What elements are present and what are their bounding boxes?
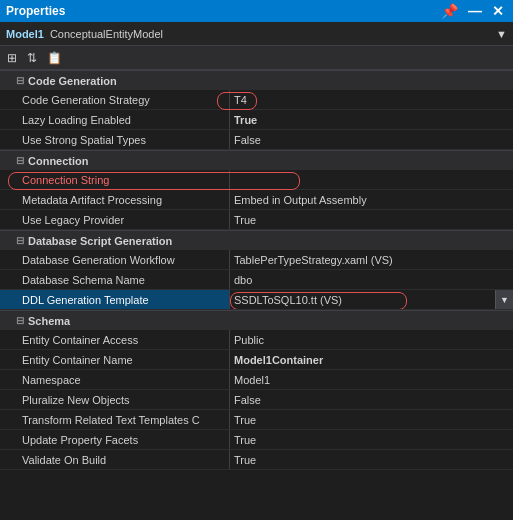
- section-code-generation-label: Code Generation: [28, 75, 117, 87]
- prop-value-lazy-loading: True: [230, 110, 513, 129]
- minimize-icon[interactable]: —: [465, 4, 485, 18]
- title-bar: Properties 📌 — ✕: [0, 0, 513, 22]
- prop-name-strong-spatial: Use Strong Spatial Types: [0, 130, 230, 149]
- prop-value-strong-spatial: False: [230, 130, 513, 149]
- prop-db-gen-workflow[interactable]: Database Generation Workflow TablePerTyp…: [0, 250, 513, 270]
- prop-strong-spatial[interactable]: Use Strong Spatial Types False: [0, 130, 513, 150]
- prop-namespace[interactable]: Namespace Model1: [0, 370, 513, 390]
- model-bar: Model1 ConceptualEntityModel ▼: [0, 22, 513, 46]
- window-controls: 📌 — ✕: [438, 4, 507, 18]
- toolbar-properties-icon[interactable]: 📋: [44, 49, 65, 67]
- prop-value-entity-container-access: Public: [230, 330, 513, 349]
- prop-pluralize[interactable]: Pluralize New Objects False: [0, 390, 513, 410]
- prop-value-transform-related: True: [230, 410, 513, 429]
- close-icon[interactable]: ✕: [489, 4, 507, 18]
- prop-name-db-gen-workflow: Database Generation Workflow: [0, 250, 230, 269]
- model-name: ConceptualEntityModel: [50, 28, 163, 40]
- prop-value-entity-container-name: Model1Container: [230, 350, 513, 369]
- section-schema-label: Schema: [28, 315, 70, 327]
- model-id: Model1: [6, 28, 44, 40]
- section-schema[interactable]: Schema: [0, 310, 513, 330]
- prop-update-property-facets[interactable]: Update Property Facets True: [0, 430, 513, 450]
- prop-name-namespace: Namespace: [0, 370, 230, 389]
- prop-value-metadata-artifact: Embed in Output Assembly: [230, 190, 513, 209]
- toolbar-grid-icon[interactable]: ⊞: [4, 49, 20, 67]
- prop-name-validate-on-build: Validate On Build: [0, 450, 230, 469]
- prop-db-schema-name[interactable]: Database Schema Name dbo: [0, 270, 513, 290]
- prop-value-namespace: Model1: [230, 370, 513, 389]
- prop-name-code-gen-strategy: Code Generation Strategy: [0, 90, 230, 109]
- properties-panel: Code Generation Code Generation Strategy…: [0, 70, 513, 520]
- model-dropdown-icon[interactable]: ▼: [496, 28, 507, 40]
- section-db-script-label: Database Script Generation: [28, 235, 172, 247]
- prop-value-ddl-gen: SSDLToSQL10.tt (VS) ▼: [230, 290, 513, 309]
- section-connection-label: Connection: [28, 155, 89, 167]
- prop-name-lazy-loading: Lazy Loading Enabled: [0, 110, 230, 129]
- prop-name-ddl-gen: DDL Generation Template: [0, 290, 230, 309]
- prop-name-metadata-artifact: Metadata Artifact Processing: [0, 190, 230, 209]
- prop-value-pluralize: False: [230, 390, 513, 409]
- pin-icon[interactable]: 📌: [438, 4, 461, 18]
- prop-name-db-schema: Database Schema Name: [0, 270, 230, 289]
- prop-transform-related[interactable]: Transform Related Text Templates C True: [0, 410, 513, 430]
- section-db-script[interactable]: Database Script Generation: [0, 230, 513, 250]
- prop-value-db-gen-workflow: TablePerTypeStrategy.xaml (VS): [230, 250, 513, 269]
- prop-value-code-gen-strategy: T4: [230, 90, 513, 109]
- prop-legacy-provider[interactable]: Use Legacy Provider True: [0, 210, 513, 230]
- prop-name-update-property-facets: Update Property Facets: [0, 430, 230, 449]
- prop-value-legacy-provider: True: [230, 210, 513, 229]
- section-connection[interactable]: Connection: [0, 150, 513, 170]
- prop-validate-on-build[interactable]: Validate On Build True: [0, 450, 513, 470]
- prop-lazy-loading[interactable]: Lazy Loading Enabled True: [0, 110, 513, 130]
- section-code-generation[interactable]: Code Generation: [0, 70, 513, 90]
- ddl-dropdown-arrow[interactable]: ▼: [495, 290, 513, 309]
- prop-value-validate-on-build: True: [230, 450, 513, 469]
- prop-value-connection-string: [230, 170, 513, 189]
- prop-metadata-artifact[interactable]: Metadata Artifact Processing Embed in Ou…: [0, 190, 513, 210]
- title-text: Properties: [6, 4, 65, 18]
- prop-entity-container-access[interactable]: Entity Container Access Public: [0, 330, 513, 350]
- prop-name-entity-container-name: Entity Container Name: [0, 350, 230, 369]
- prop-name-transform-related: Transform Related Text Templates C: [0, 410, 230, 429]
- prop-entity-container-name[interactable]: Entity Container Name Model1Container: [0, 350, 513, 370]
- toolbar-sort-icon[interactable]: ⇅: [24, 49, 40, 67]
- prop-name-connection-string: Connection String: [0, 170, 230, 189]
- prop-ddl-generation[interactable]: DDL Generation Template SSDLToSQL10.tt (…: [0, 290, 513, 310]
- toolbar: ⊞ ⇅ 📋: [0, 46, 513, 70]
- prop-name-entity-container-access: Entity Container Access: [0, 330, 230, 349]
- prop-value-db-schema: dbo: [230, 270, 513, 289]
- prop-value-update-property-facets: True: [230, 430, 513, 449]
- prop-name-pluralize: Pluralize New Objects: [0, 390, 230, 409]
- prop-name-legacy-provider: Use Legacy Provider: [0, 210, 230, 229]
- prop-code-generation-strategy[interactable]: Code Generation Strategy T4: [0, 90, 513, 110]
- prop-connection-string[interactable]: Connection String: [0, 170, 513, 190]
